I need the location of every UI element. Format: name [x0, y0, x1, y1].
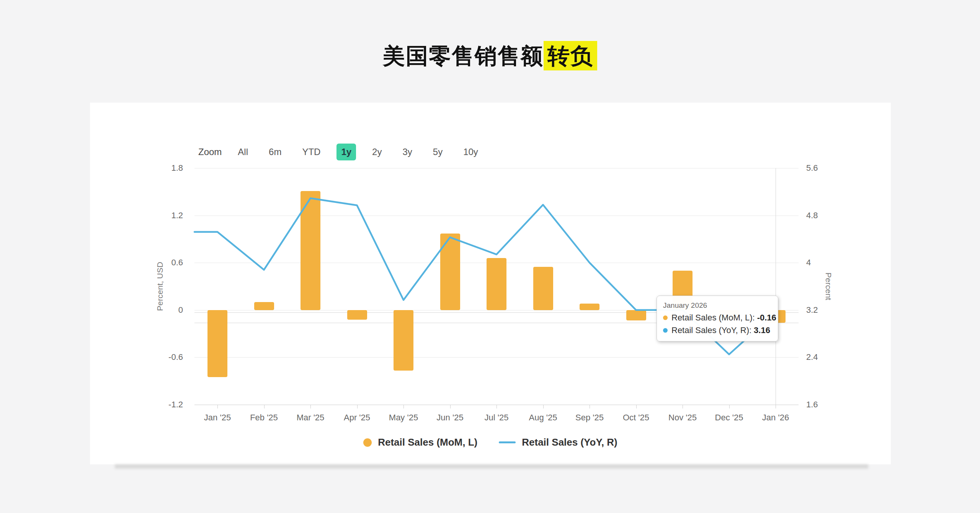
x-axis-label: Sep '25 — [567, 413, 612, 423]
x-axis-label: Jun '25 — [427, 413, 473, 423]
left-axis-title: Percent, USD — [155, 262, 165, 311]
x-axis-label: Jan '25 — [194, 413, 240, 423]
x-axis-tick — [264, 405, 265, 408]
left-axis-tick-label: 1.2 — [156, 211, 183, 221]
x-axis-tick — [310, 405, 311, 408]
x-axis-label: Mar '25 — [287, 413, 333, 423]
mom-bar[interactable] — [254, 302, 274, 310]
zoom-range-button-3y[interactable]: 3y — [398, 144, 416, 160]
x-axis-label: Jan '26 — [753, 413, 799, 423]
x-axis-tick — [636, 405, 637, 408]
legend-item-mom[interactable]: Retail Sales (MoM, L) — [363, 436, 477, 448]
zoom-range-button-2y[interactable]: 2y — [368, 144, 386, 160]
chart-legend: Retail Sales (MoM, L) Retail Sales (YoY,… — [90, 436, 891, 448]
mom-bar[interactable] — [394, 310, 413, 371]
x-axis-tick — [450, 405, 451, 408]
zoom-range-button-all[interactable]: All — [233, 144, 253, 160]
tooltip-row-yoy: Retail Sales (YoY, R): 3.16 — [663, 324, 772, 337]
tooltip-yoy-label: Retail Sales (YoY, R): — [671, 324, 751, 337]
gridline — [194, 216, 799, 216]
zoom-label: Zoom — [198, 147, 222, 157]
mom-bar[interactable] — [487, 258, 506, 310]
mom-bar[interactable] — [626, 310, 646, 320]
mom-series-dot-icon — [663, 315, 668, 320]
yoy-legend-marker-icon — [499, 441, 516, 443]
legend-yoy-label: Retail Sales (YoY, R) — [522, 436, 617, 448]
x-axis-label: Jul '25 — [474, 413, 519, 423]
x-axis-tick — [403, 405, 404, 408]
mom-bar[interactable] — [580, 304, 599, 310]
x-axis-tick — [497, 405, 497, 408]
x-axis-tick — [543, 405, 544, 408]
zoom-controls: Zoom All6mYTD1y2y3y5y10y — [198, 143, 483, 161]
mom-bar[interactable] — [301, 191, 320, 310]
right-axis-tick-label: 4 — [806, 258, 811, 268]
x-axis-tick — [776, 405, 776, 408]
tooltip-mom-value: -0.16 — [757, 311, 776, 324]
right-axis-tick-label: 4.8 — [806, 211, 818, 221]
tooltip-yoy-value: 3.16 — [754, 324, 770, 337]
zoom-range-button-5y[interactable]: 5y — [428, 144, 447, 160]
x-axis-tick — [217, 405, 218, 408]
yoy-series-dot-icon — [663, 328, 668, 333]
right-axis-tick-label: 1.6 — [806, 400, 818, 410]
left-axis-tick-label: 1.8 — [156, 163, 183, 173]
chart-tooltip: January 2026 Retail Sales (MoM, L): -0.1… — [657, 296, 778, 341]
tooltip-row-mom: Retail Sales (MoM, L): -0.16 — [663, 311, 772, 324]
x-axis-tick — [729, 405, 730, 408]
x-axis-label: Oct '25 — [613, 413, 659, 423]
gridline — [194, 168, 799, 168]
right-axis-title: Percent — [824, 273, 833, 300]
mom-bar[interactable] — [347, 310, 367, 320]
right-axis-tick-label: 3.2 — [806, 305, 818, 315]
tooltip-mom-label: Retail Sales (MoM, L): — [671, 311, 755, 324]
mom-bar[interactable] — [440, 234, 460, 310]
x-axis-label: Aug '25 — [520, 413, 566, 423]
tooltip-header: January 2026 — [663, 301, 772, 310]
x-axis-tick — [357, 405, 358, 408]
mom-bar[interactable] — [207, 310, 227, 377]
zoom-range-button-1y[interactable]: 1y — [336, 144, 356, 160]
x-axis-tick — [590, 405, 590, 408]
gridline — [194, 357, 799, 358]
zoom-range-button-10y[interactable]: 10y — [459, 144, 483, 160]
page-title: 美国零售销售额转负 — [0, 41, 980, 71]
hover-crosshair-vertical — [776, 168, 776, 405]
x-axis-label: Nov '25 — [660, 413, 706, 423]
left-axis-tick-label: -0.6 — [156, 352, 183, 362]
zoom-range-button-6m[interactable]: 6m — [264, 144, 286, 160]
legend-mom-label: Retail Sales (MoM, L) — [378, 436, 477, 448]
x-axis-label: Dec '25 — [706, 413, 752, 423]
page-title-highlight: 转负 — [544, 41, 597, 70]
legend-item-yoy[interactable]: Retail Sales (YoY, R) — [499, 436, 617, 448]
zoom-range-button-ytd[interactable]: YTD — [297, 144, 325, 160]
left-axis-tick-label: -1.2 — [156, 400, 183, 410]
x-axis-tick — [683, 405, 683, 408]
mom-legend-marker-icon — [363, 438, 372, 447]
right-axis-tick-label: 5.6 — [806, 163, 818, 173]
x-axis-label: Feb '25 — [241, 413, 287, 423]
x-axis-label: Apr '25 — [334, 413, 380, 423]
page: 美国零售销售额转负 Zoom All6mYTD1y2y3y5y10y 1.85.… — [0, 0, 980, 513]
right-axis-tick-label: 2.4 — [806, 352, 818, 362]
mom-bar[interactable] — [533, 267, 553, 310]
page-title-text: 美国零售销售额 — [383, 43, 544, 68]
panel-shadow — [115, 464, 868, 469]
x-axis-label: May '25 — [381, 413, 426, 423]
